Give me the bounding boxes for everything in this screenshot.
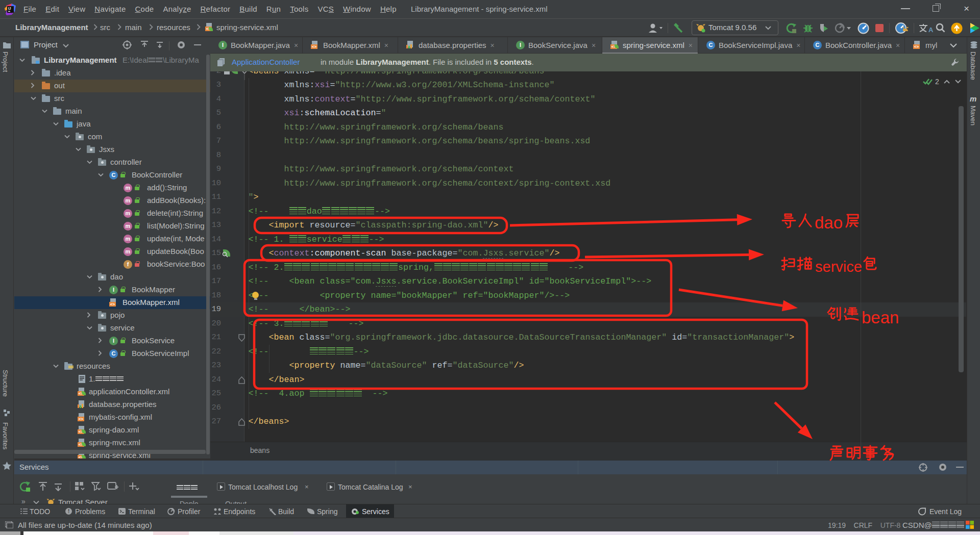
svg-text:A: A [928, 26, 934, 33]
svg-text:IJ: IJ [8, 7, 11, 10]
